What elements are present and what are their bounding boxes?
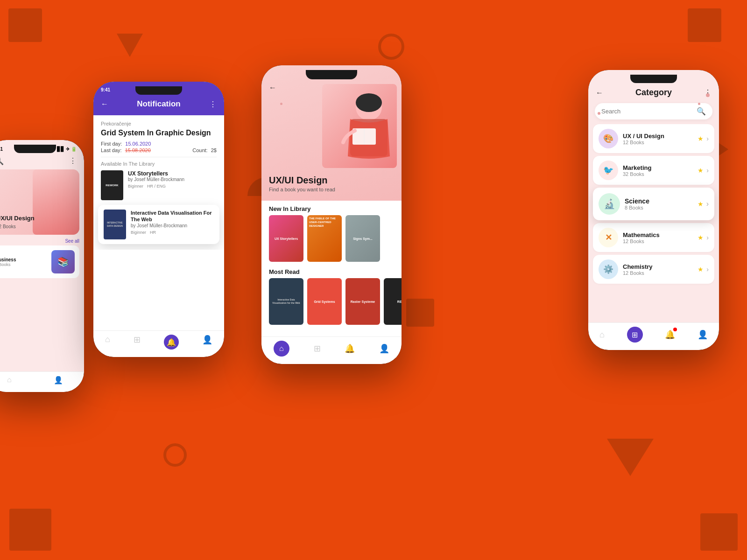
phone-4-nav-user[interactable]: 👤: [698, 329, 708, 340]
cat-name-chemistry: Chemistry: [623, 263, 693, 270]
phone-2-nav-user[interactable]: 👤: [202, 335, 212, 350]
chevron-ux[interactable]: ›: [706, 135, 709, 142]
deco-rect-topleft: [8, 8, 42, 42]
star-science[interactable]: ★: [698, 200, 704, 208]
phone-2: ← Notification ⋮ 9:41 Prekoračenje Grid …: [93, 82, 224, 357]
phone-1-section-sub: 12 Books: [0, 224, 16, 229]
phone-3-hero-title: UX/UI Design: [269, 175, 335, 186]
category-item-marketing[interactable]: 🐦 Marketing 32 Books ★ ›: [593, 156, 714, 185]
book-1-author: by Josef Müller-Brockmann: [128, 177, 184, 182]
book-new-2: THE FABLE OF THE USER-CENTRED DESIGNER: [307, 215, 342, 262]
phone-2-last-day-label: Last day:: [101, 147, 122, 153]
phone-4-back-icon[interactable]: ←: [596, 89, 603, 97]
book-new-1: UX Storytellers: [269, 215, 303, 262]
book-most-4: REW: [384, 278, 402, 325]
book-2-title: Interactive Data Visualisation For The W…: [131, 210, 214, 223]
cat-name-math: Mathematics: [623, 231, 693, 238]
cat-icon-chemistry: ⚙️: [599, 259, 618, 279]
cat-icon-marketing: 🐦: [599, 161, 618, 180]
star-ux[interactable]: ★: [698, 135, 704, 142]
deco-triangle: [117, 34, 143, 57]
see-all-button[interactable]: See all: [65, 238, 79, 244]
phone-2-back-icon[interactable]: ←: [101, 100, 108, 108]
book-1-cover: REWORK: [101, 170, 123, 200]
chevron-math[interactable]: ›: [706, 234, 709, 241]
phone-2-book-title: Grid System In Graphic Design: [101, 128, 217, 137]
cat-count-chemistry: 12 Books: [623, 270, 693, 276]
phone-2-header-title: Notification: [108, 99, 209, 109]
deco-circle-outline: [378, 34, 404, 60]
phone-3-hero-subtitle: Find a book you want to read: [269, 187, 335, 192]
phone-3-most-label: Most Read: [261, 266, 402, 278]
phone-4: ← Category ⋮ 9:41 🔍 🎨 UX / UI Design 12 …: [588, 70, 719, 350]
phone-2-available-label: Available In The Library: [101, 161, 217, 167]
chevron-science[interactable]: ›: [706, 200, 709, 208]
phone-4-nav-home[interactable]: ⌂: [599, 330, 605, 340]
phone-4-nav-bell[interactable]: 🔔: [665, 329, 675, 340]
star-marketing[interactable]: ★: [698, 167, 704, 174]
deco-triangle-bottom: [607, 439, 654, 476]
phone-3-nav-grid[interactable]: ⊞: [314, 343, 321, 354]
category-item-ux[interactable]: 🎨 UX / UI Design 12 Books ★ ›: [593, 124, 714, 153]
phone-3-nav-bell[interactable]: 🔔: [345, 343, 355, 354]
phone-2-nav-grid[interactable]: ⊞: [134, 335, 141, 350]
phone-3-back-icon[interactable]: ←: [269, 84, 276, 92]
chevron-marketing[interactable]: ›: [706, 167, 709, 174]
cat-name-marketing: Marketing: [623, 164, 693, 171]
cat-icon-math: ✕: [599, 228, 618, 247]
phone-1-search-icon[interactable]: 🔍: [0, 155, 4, 166]
star-chemistry[interactable]: ★: [698, 266, 704, 273]
star-math[interactable]: ★: [698, 234, 704, 241]
search-icon[interactable]: 🔍: [697, 107, 706, 116]
phone-3-notch: [306, 70, 357, 79]
phone-1-card2-sub: 8 Books: [0, 262, 16, 267]
search-input[interactable]: [601, 108, 693, 115]
deco-circle-bottom-left: [163, 443, 187, 467]
svg-point-2: [356, 93, 382, 112]
phone-1: 9:41 ▊▊ ✈ 🔋 🔍 ⋮ UX/UI Design 12 Books Se…: [0, 140, 84, 392]
book-1-title: UX Storytellers: [128, 170, 184, 177]
book-new-3: Signs Sym...: [345, 215, 380, 262]
phone-3-nav-home[interactable]: ⌂: [274, 341, 289, 357]
phone-3-nav-user[interactable]: 👤: [379, 343, 389, 354]
book-most-1: Interactive Data Visualization for the W…: [269, 278, 303, 325]
book-most-3: Raster Systeme: [345, 278, 380, 325]
phone-2-count-label: Count:: [192, 147, 207, 153]
cat-count-ux: 12 Books: [623, 140, 693, 145]
chevron-chemistry[interactable]: ›: [706, 266, 709, 273]
phone-4-nav-grid[interactable]: ⊞: [627, 327, 643, 343]
phone-2-nav-bell[interactable]: 🔔: [164, 335, 179, 350]
phone-2-nav-home[interactable]: ⌂: [105, 335, 110, 350]
book-2-level: Biginner: [131, 230, 146, 235]
cat-count-science: 8 Books: [625, 205, 693, 210]
book-most-2: Grid Systems: [307, 278, 342, 325]
phone-2-notch: [135, 86, 182, 95]
category-item-math[interactable]: ✕ Mathematics 12 Books ★ ›: [593, 223, 714, 252]
phone-4-notch: [630, 75, 677, 83]
phone-2-first-day-label: First day:: [101, 141, 122, 147]
phone-4-header-title: Category: [603, 88, 704, 98]
book-2-cover: INTERACTIVE DATA DESIGN: [104, 210, 126, 239]
deco-rect-bottomleft: [9, 509, 51, 551]
phone-3: ← ⋮ 9:41: [261, 65, 402, 364]
cat-icon-ux: 🎨: [599, 129, 618, 148]
phone-2-more-icon[interactable]: ⋮: [209, 100, 217, 109]
phone-1-status-icons: ▊▊ ✈ 🔋: [57, 147, 77, 152]
deco-rect-bottomright: [700, 513, 738, 551]
book-1-lang: HR / ENG: [147, 184, 166, 189]
cat-count-marketing: 32 Books: [623, 171, 693, 177]
cat-icon-science: 🔬: [599, 193, 620, 215]
phone-1-section-title: UX/UI Design: [0, 215, 35, 222]
phone-1-menu-icon[interactable]: ⋮: [69, 156, 77, 165]
phone-1-nav-user[interactable]: 👤: [54, 376, 63, 385]
cat-count-math: 12 Books: [623, 238, 693, 244]
book-2-author: by Josef Müller-Brockmann: [131, 223, 214, 228]
category-item-science[interactable]: 🔬 Science 8 Books ★ ›: [593, 188, 714, 220]
book-1-level: Biginner: [128, 184, 143, 189]
deco-rect-topright: [688, 8, 721, 42]
phone-1-notch: [14, 145, 56, 153]
deco-rect-mid-right: [406, 299, 434, 327]
category-item-chemistry[interactable]: ⚙️ Chemistry 12 Books ★ ›: [593, 255, 714, 284]
phone-1-card2-title: Business: [0, 257, 16, 262]
phone-1-nav-home[interactable]: ⌂: [7, 376, 12, 385]
